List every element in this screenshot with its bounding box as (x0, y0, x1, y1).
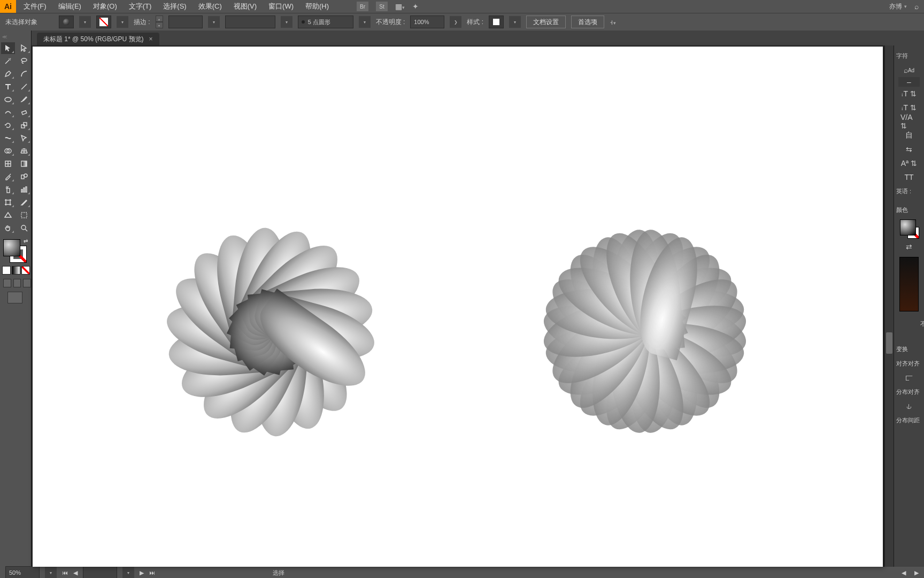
tracking-icon[interactable]: 自 (900, 128, 918, 142)
print-tiling-tool[interactable] (17, 209, 31, 221)
align-left-icon[interactable]: ⫍ (900, 371, 918, 385)
panel-fill-swatch[interactable] (900, 219, 916, 235)
color-panel-title[interactable]: 颜色 (894, 203, 910, 217)
artboard-nav-field[interactable] (83, 566, 117, 578)
preferences-button[interactable]: 首选项 (571, 16, 604, 28)
shape-builder-tool[interactable] (1, 145, 15, 157)
distribute-top-icon[interactable]: ⫝ (900, 399, 918, 413)
menu-edit[interactable]: 编辑(E) (56, 1, 83, 12)
hscale-icon[interactable]: ⇆ (900, 142, 918, 156)
fill-color-box[interactable] (3, 239, 20, 256)
gpu-icon[interactable]: ✦ (412, 2, 419, 11)
baseline-icon[interactable]: Aª ⇅ (900, 156, 918, 170)
fill-dropdown[interactable]: ▾ (79, 16, 91, 28)
stroke-weight-stepper[interactable]: ▴▾ (156, 16, 163, 28)
font-family-field[interactable]: – (898, 77, 920, 87)
language-label[interactable]: 英语 : (894, 184, 913, 199)
color-spectrum[interactable] (899, 257, 919, 311)
type-tool[interactable] (1, 81, 15, 93)
arrange-docs-icon[interactable]: ▦▾ (395, 2, 405, 11)
hscroll-right-icon[interactable]: ▶ (914, 569, 919, 576)
zoom-field[interactable]: 50% (5, 566, 40, 578)
caps-icon[interactable]: TT (900, 170, 918, 184)
direct-selection-tool[interactable] (17, 42, 31, 54)
nav-last-icon[interactable]: ⏭ (149, 569, 155, 576)
brush-dd[interactable]: ▾ (359, 16, 371, 28)
var-width-dd[interactable]: ▾ (281, 16, 292, 28)
draw-inside[interactable] (23, 279, 31, 287)
vertical-scrollbar[interactable] (885, 45, 894, 567)
menu-file[interactable]: 文件(F) (21, 1, 49, 12)
nav-first-icon[interactable]: ⏮ (62, 569, 68, 576)
rectangle-tool[interactable] (1, 94, 15, 105)
menu-effect[interactable]: 效果(C) (196, 1, 224, 12)
shaper-tool[interactable] (1, 107, 15, 118)
panel-fill-stroke[interactable] (900, 219, 918, 238)
stroke-weight-field[interactable] (168, 16, 203, 28)
slice-tool[interactable] (17, 196, 31, 208)
nav-prev-icon[interactable]: ◀ (73, 569, 78, 576)
char-panel-title[interactable]: 字符 (894, 49, 910, 63)
blend-tool[interactable] (17, 171, 31, 182)
fill-swatch[interactable] (59, 16, 74, 28)
stock-icon[interactable]: St (376, 2, 388, 11)
var-width-profile[interactable] (225, 16, 275, 28)
fill-stroke-indicator[interactable]: ⇄ (3, 239, 27, 263)
artboard[interactable] (33, 47, 883, 567)
graphic-style-swatch[interactable] (489, 16, 504, 28)
menu-help[interactable]: 帮助(H) (303, 1, 331, 12)
brush-definition[interactable]: 5 点圆形 (298, 16, 353, 28)
draw-normal[interactable] (3, 279, 11, 287)
zoom-tool[interactable] (17, 222, 31, 234)
bridge-icon[interactable]: Br (357, 2, 368, 11)
menu-select[interactable]: 选择(S) (161, 1, 188, 12)
color-mode-none[interactable] (21, 266, 30, 275)
draw-behind[interactable] (13, 279, 21, 287)
zoom-dd[interactable]: ▾ (45, 567, 57, 578)
document-setup-button[interactable]: 文档设置 (526, 16, 566, 28)
hand-tool[interactable] (1, 222, 15, 234)
selection-tool[interactable] (1, 42, 15, 54)
stroke-weight-dd[interactable]: ▾ (208, 16, 220, 28)
search-font-icon[interactable]: ⌕ Ad (900, 63, 918, 77)
style-dd[interactable]: ▾ (509, 16, 521, 28)
menu-window[interactable]: 窗口(W) (266, 1, 296, 12)
nav-next-icon[interactable]: ▶ (140, 569, 144, 576)
perspective-selection-tool[interactable] (1, 209, 15, 221)
screen-mode[interactable] (7, 292, 22, 303)
paintbrush-tool[interactable] (17, 94, 31, 105)
artboard-nav-dd[interactable]: ▾ (122, 567, 134, 578)
menu-view[interactable]: 视图(V) (232, 1, 259, 12)
menu-type[interactable]: 文字(T) (127, 1, 154, 12)
artboard-tool[interactable] (1, 196, 15, 208)
mesh-tool[interactable] (1, 158, 15, 170)
distribute-spacing-title[interactable]: 分布间距 (894, 413, 922, 428)
magic-wand-tool[interactable] (1, 55, 15, 67)
width-tool[interactable] (1, 132, 15, 144)
workspace-switcher[interactable]: 亦博▾ (889, 2, 907, 11)
stroke-swatch[interactable] (96, 16, 111, 28)
swap-icon[interactable]: ⇄ (900, 240, 918, 254)
font-size-icon[interactable]: ᵢT ⇅ (900, 87, 918, 101)
free-transform-tool[interactable] (17, 132, 31, 144)
stroke-dropdown[interactable]: ▾ (117, 16, 128, 28)
column-graph-tool[interactable] (17, 184, 31, 195)
search-icon[interactable]: ⌕ (914, 2, 919, 11)
eyedropper-tool[interactable] (1, 171, 15, 182)
align-panel-title[interactable]: 对齐对齐 (894, 356, 922, 371)
pen-tool[interactable] (1, 68, 15, 80)
eraser-tool[interactable] (17, 107, 31, 118)
transform-panel-title[interactable]: 变换 (894, 342, 910, 356)
opacity-field[interactable]: 100% (410, 16, 444, 28)
kerning-icon[interactable]: V/A ⇅ (900, 115, 918, 128)
symbol-sprayer-tool[interactable] (1, 184, 15, 195)
hscroll-left-icon[interactable]: ◀ (902, 569, 906, 576)
curvature-tool[interactable] (17, 68, 31, 80)
perspective-grid-tool[interactable] (17, 145, 31, 157)
scroll-thumb[interactable] (886, 332, 892, 354)
color-mode-solid[interactable] (2, 266, 11, 275)
close-tab-icon[interactable]: × (149, 35, 153, 43)
rotate-tool[interactable] (1, 119, 15, 131)
swap-fill-stroke-icon[interactable]: ⇄ (24, 238, 28, 244)
lasso-tool[interactable] (17, 55, 31, 67)
